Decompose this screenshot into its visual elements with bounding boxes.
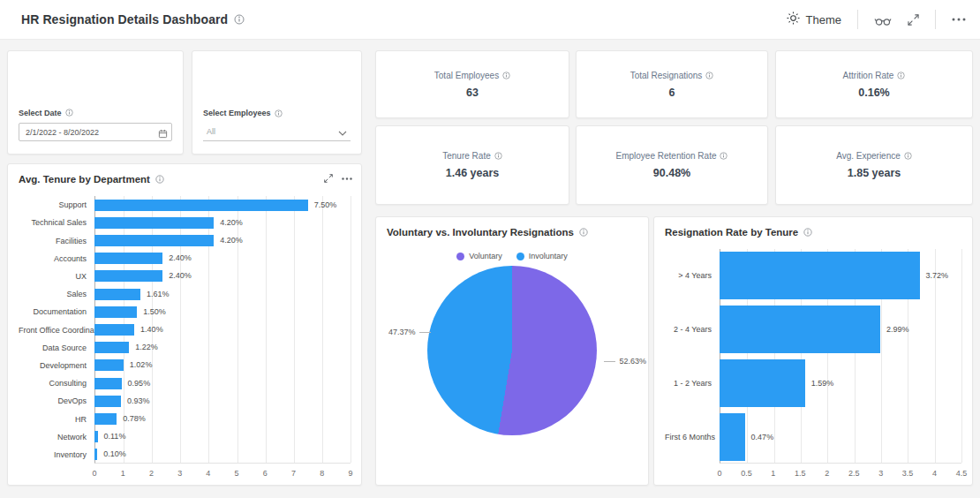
bar-row: Data Source1.22% [19,339,351,357]
bar[interactable] [94,431,98,442]
chevron-down-icon [338,129,347,138]
theme-label: Theme [806,13,841,26]
info-icon[interactable] [155,175,164,184]
axis-tick: 9 [348,469,352,478]
bar[interactable] [94,270,162,282]
chart-plot-area: > 4 Years3.72%2 - 4 Years2.99%1 - 2 Year… [665,249,961,478]
legend-swatch [516,253,524,260]
bar[interactable] [94,413,117,425]
category-label: Accounts [19,254,94,263]
bar[interactable] [94,396,121,407]
kpi-value: 1.85 years [848,167,901,179]
info-icon[interactable] [803,228,812,237]
category-label: Documentation [19,307,94,316]
info-icon[interactable] [720,152,727,160]
bar-row: DevOps0.93% [19,392,351,410]
value-label: 1.50% [143,306,166,318]
category-label: Front Office Coordinator [19,326,94,335]
kpi-label: Tenure Rate [442,151,490,161]
kpi-value: 63 [466,87,479,99]
legend-swatch [456,253,464,260]
bar-row: Support7.50% [19,196,351,214]
bar-row: Inventory0.10% [19,446,351,464]
bar[interactable] [720,252,920,299]
value-label: 4.20% [220,235,243,246]
chart-x-axis: 0123456789 [94,465,351,478]
bar-track: 0.47% [720,413,961,461]
chart-x-axis: 00.511.522.533.544.5 [720,465,961,478]
info-icon[interactable] [65,109,73,117]
dashboard-title: HR Resignation Details Dashboard [21,12,228,26]
pie-chart[interactable] [427,266,597,435]
axis-tick: 1.5 [795,469,806,478]
legend-item-involuntary[interactable]: Involuntary [516,252,568,260]
kpi-tenure-rate: Tenure Rate 1.46 years [375,125,569,205]
employees-dropdown[interactable]: All [203,123,351,141]
kpi-label: Total Resignations [630,71,703,80]
theme-button[interactable]: Theme [787,11,841,27]
bar-track: 7.50% [94,200,351,211]
bar-row: 1 - 2 Years1.59% [665,357,961,411]
bar-track: 2.40% [94,253,351,264]
bar-row: 2 - 4 Years2.99% [665,303,961,357]
voluntary-involuntary-pie-card: Voluntary vs. Involuntary Resignations V… [375,216,649,486]
bar-track: 1.59% [720,359,961,407]
bar[interactable] [94,289,140,300]
bar[interactable] [94,253,162,264]
info-icon[interactable] [494,152,502,160]
axis-tick: 7 [291,469,296,478]
ellipsis-icon[interactable] [342,177,352,180]
bar-row: Documentation1.50% [19,303,351,321]
date-range-input[interactable] [19,123,172,141]
info-icon[interactable] [234,14,245,25]
kpi-total-employees: Total Employees 63 [375,50,569,118]
bar[interactable] [720,306,880,353]
expand-icon[interactable] [908,14,919,26]
bar[interactable] [94,217,214,229]
bar[interactable] [94,359,124,371]
employees-filter-card: Select Employees All [192,50,362,155]
ellipsis-icon[interactable] [952,18,966,21]
info-icon[interactable] [897,72,905,79]
bar[interactable] [94,324,134,336]
bar-track: 0.10% [94,449,351,460]
chart-title: Avg. Tenure by Department [19,174,150,185]
axis-tick: 6 [263,469,268,478]
value-label: 0.78% [123,413,146,425]
bar[interactable] [94,200,308,211]
category-label: 1 - 2 Years [665,379,720,388]
bar[interactable] [720,359,805,407]
bar[interactable] [94,378,122,389]
maximize-icon[interactable] [324,174,333,183]
value-label: 4.20% [220,217,243,229]
info-icon[interactable] [904,152,912,160]
bar[interactable] [94,449,97,460]
eyeglasses-icon[interactable] [874,13,892,26]
bar[interactable] [94,342,129,353]
pie-plot-area: 47.37% 52.63% [376,266,648,467]
kpi-label: Total Employees [434,71,499,80]
kpi-value: 6 [669,87,675,99]
value-label: 2.40% [169,270,192,282]
legend-label: Involuntary [529,252,568,260]
legend-item-voluntary[interactable]: Voluntary [456,252,502,260]
avg-tenure-by-department-chart: Avg. Tenure by Department Support7.50%Te… [7,163,362,486]
axis-tick: 1 [121,469,125,478]
info-icon[interactable] [705,72,713,79]
axis-tick: 2 [825,469,829,478]
value-label: 0.10% [103,449,126,460]
bar-track: 2.40% [94,270,351,282]
info-icon[interactable] [275,109,283,117]
bar[interactable] [720,413,745,461]
info-icon[interactable] [502,72,510,79]
value-label: 1.59% [811,359,834,407]
info-icon[interactable] [579,228,588,237]
bar[interactable] [94,235,214,246]
pie-legend: Voluntary Involuntary [376,252,648,260]
chart-bars: > 4 Years3.72%2 - 4 Years2.99%1 - 2 Year… [665,249,961,464]
value-label: 1.61% [147,289,170,300]
kpi-label: Employee Retention Rate [616,151,717,161]
bar-track: 2.99% [720,306,961,353]
bar[interactable] [94,306,137,318]
calendar-icon[interactable] [158,126,168,142]
